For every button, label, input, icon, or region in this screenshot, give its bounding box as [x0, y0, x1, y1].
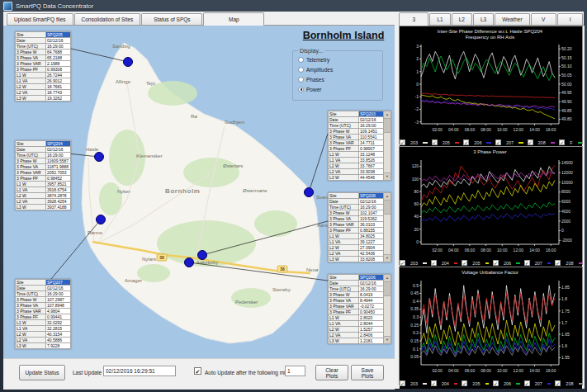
last-update-field[interactable]: [103, 366, 176, 376]
table-scrollbar[interactable]: ▲▼: [384, 192, 391, 262]
right-axis-tick: 2000: [561, 219, 570, 224]
series-toggle-208[interactable]: ✓: [555, 380, 561, 386]
series-toggle-205[interactable]: ✓: [432, 139, 438, 145]
series-toggle-206[interactable]: ✓: [493, 260, 499, 266]
scroll-up-icon[interactable]: ▲: [384, 111, 391, 119]
series-toggle-205[interactable]: ✓: [462, 380, 467, 386]
tab-status-of-spqs[interactable]: Status of SPQs: [141, 13, 202, 25]
radio-telemetry[interactable]: Telemetry: [298, 54, 379, 64]
tab-3-phase[interactable]: 3 Phase: [399, 12, 428, 26]
x-axis-tick: 08:00: [480, 368, 491, 373]
table-scrollbar[interactable]: ▲▼: [384, 111, 391, 181]
x-axis-tick: 12:00: [514, 368, 524, 373]
update-status-button[interactable]: Update Status: [19, 365, 65, 380]
row-label: Site: [16, 280, 46, 286]
map-place-label: Allinge: [116, 79, 131, 84]
series-toggle-207[interactable]: ✓: [495, 139, 501, 145]
row-value[interactable]: SPQ203: [359, 111, 384, 117]
scroll-thumb[interactable]: [384, 201, 391, 215]
row-value: 39.1227: [359, 239, 384, 245]
scroll-down-icon[interactable]: ▼: [384, 254, 391, 262]
series-toggle-208[interactable]: ✓: [555, 260, 561, 266]
series-toggle-206[interactable]: ✓: [463, 139, 469, 145]
series-label: 203: [410, 140, 418, 145]
series-toggle-204[interactable]: ✓: [431, 380, 437, 386]
table-scrollbar[interactable]: ▲▼: [384, 274, 391, 344]
series-toggle-206[interactable]: ✓: [493, 380, 499, 386]
row-value: 16:29:00: [359, 205, 384, 210]
left-axis-tick: 0.1: [413, 347, 419, 352]
scroll-up-icon[interactable]: ▲: [384, 193, 391, 201]
row-value: 0.98452: [46, 176, 71, 182]
series-toggle-207[interactable]: ✓: [524, 260, 530, 266]
table-row: 3 Phase W109.1451: [329, 129, 384, 135]
x-axis-tick: 16:00: [546, 368, 556, 373]
map-place-label: Østerlars: [223, 163, 243, 168]
chart-tab-strip: 3 PhaseL1L2L3WeatherV THDI THD: [399, 12, 584, 26]
row-label: L2 VA: [16, 90, 46, 96]
scroll-down-icon[interactable]: ▼: [384, 336, 391, 343]
series-toggle-207[interactable]: ✓: [524, 380, 530, 386]
site-marker-SPQ207[interactable]: [97, 215, 106, 224]
table-row: 3 Phase VA65.2188: [16, 55, 71, 61]
series-color-swatch: [454, 383, 457, 385]
table-row: L1 VA3918.6754: [16, 187, 71, 193]
scroll-thumb[interactable]: [384, 282, 391, 296]
row-value[interactable]: SPQ206: [359, 275, 384, 281]
site-marker-SPQ205[interactable]: [124, 58, 133, 67]
series-toggle-208[interactable]: ✓: [528, 139, 533, 145]
tab-upload-smartpq-files[interactable]: Upload SmartPQ files: [7, 13, 73, 25]
minutes-field[interactable]: [285, 366, 305, 376]
tab-l3[interactable]: L3: [473, 13, 494, 25]
radio-phases[interactable]: Phases: [298, 74, 379, 84]
tab-i-thd[interactable]: I THD: [557, 13, 583, 25]
map-place-label: Hasle: [86, 147, 99, 152]
row-label: L3 W: [329, 257, 359, 262]
row-label: 3 Phase VA: [16, 164, 46, 170]
table-row: 3 Phase PF0.90450: [329, 309, 384, 315]
scroll-thumb[interactable]: [384, 119, 391, 133]
table-row: L2 W3874.2878: [16, 193, 71, 199]
tab-l1[interactable]: L1: [429, 13, 450, 25]
left-axis-tick: 40: [414, 214, 419, 219]
series-toggle-204[interactable]: ✓: [431, 260, 437, 266]
row-value: 26.7244: [46, 73, 71, 78]
series-toggle-203[interactable]: ✓: [400, 260, 405, 266]
series-toggle-203[interactable]: ✓: [400, 380, 405, 386]
tab-v-thd[interactable]: V THD: [531, 13, 556, 25]
row-value[interactable]: SPQ208: [359, 193, 384, 199]
series-toggle-203[interactable]: ✓: [400, 139, 405, 145]
save-plots-button[interactable]: Save Plots: [351, 365, 384, 380]
site-marker-SPQ204[interactable]: [95, 153, 104, 162]
title-bar[interactable]: SmartPQ Data Concentrator: [0, 0, 587, 12]
row-value[interactable]: SPQ205: [46, 32, 71, 38]
auto-update-checkbox[interactable]: ✔: [194, 367, 201, 375]
tab-l2[interactable]: L2: [452, 13, 472, 25]
map-area[interactable]: 3838SandvigAllingeTejnRøGudhjemHasleKlem…: [3, 26, 395, 358]
site-marker-SPQ203[interactable]: [305, 188, 314, 197]
series-color-swatch: [551, 142, 555, 144]
table-row: L1 W33.1248: [329, 152, 384, 158]
tab-map[interactable]: Map: [203, 12, 264, 26]
radio-power[interactable]: Power: [298, 84, 379, 94]
tab-consolidation-of-sites[interactable]: Consolidation of Sites: [74, 13, 141, 25]
scroll-up-icon[interactable]: ▲: [384, 275, 391, 282]
table-row: Time (UTC)16:29:00: [329, 286, 384, 292]
row-label: Time (UTC): [16, 291, 46, 297]
row-label: 3 Phase W: [16, 297, 46, 303]
series-label: 207: [535, 381, 542, 386]
tab-weather[interactable]: Weather: [495, 13, 529, 25]
scroll-down-icon[interactable]: ▼: [384, 172, 391, 180]
clear-plots-button[interactable]: Clear Plots: [315, 365, 348, 380]
window-title: SmartPQ Data Concentrator: [16, 2, 93, 10]
series-toggle-205[interactable]: ✓: [462, 260, 467, 266]
left-axis-tick: 0: [416, 239, 419, 244]
table-row: 3 Phase VAR36.0103: [329, 222, 384, 228]
site-marker-SPQ206[interactable]: [185, 258, 194, 267]
series-toggle-F[interactable]: ✓: [559, 139, 565, 145]
row-value[interactable]: SPQ207: [46, 280, 71, 286]
row-value[interactable]: SPQ204: [46, 141, 71, 147]
radio-amplitudes[interactable]: Amplitudes: [298, 64, 379, 74]
site-marker-SPQ208[interactable]: [198, 251, 207, 260]
marker-leader-line: [309, 134, 328, 192]
